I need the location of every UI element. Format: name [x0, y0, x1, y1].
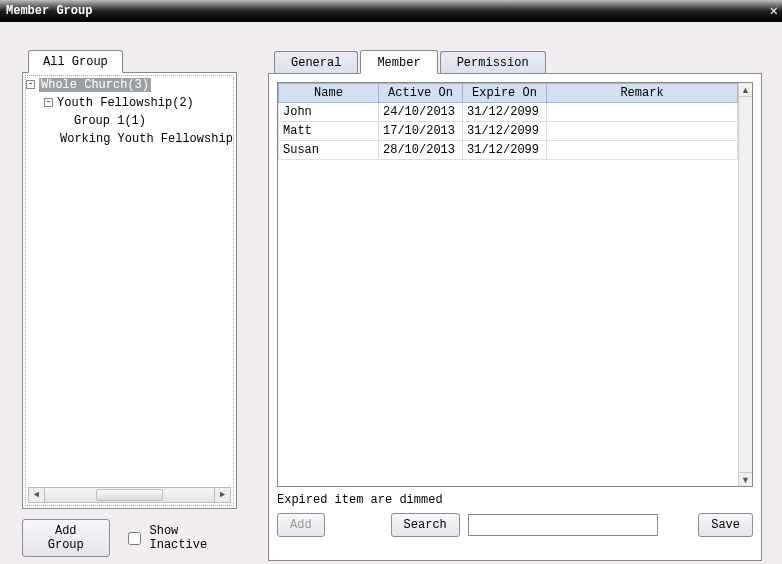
cell-remark [547, 141, 738, 160]
body-area: All Group -Whole Church(3) -Youth Fellow… [0, 22, 782, 564]
add-button-label: Add [290, 518, 312, 532]
table-row[interactable]: John 24/10/2013 31/12/2099 [279, 103, 738, 122]
tab-general-label: General [291, 56, 341, 70]
add-group-button[interactable]: Add Group [22, 519, 110, 557]
titlebar: Member Group ✕ [0, 0, 782, 22]
table-header-row: Name Active On Expire On Remark [279, 84, 738, 103]
search-button-label: Search [404, 518, 447, 532]
tree[interactable]: -Whole Church(3) -Youth Fellowship(2) Gr… [25, 75, 234, 506]
bottom-toolbar: Add Search Save [277, 513, 753, 537]
save-button[interactable]: Save [698, 513, 753, 537]
save-button-label: Save [711, 518, 740, 532]
col-header-remark[interactable]: Remark [547, 84, 738, 103]
member-group-window: Member Group ✕ All Group -Whole Church(3… [0, 0, 782, 564]
tab-content: Name Active On Expire On Remark John 24/… [268, 73, 762, 561]
tab-permission[interactable]: Permission [440, 51, 546, 75]
window-title: Member Group [6, 4, 92, 18]
tree-item[interactable]: Group 1(1) [26, 112, 233, 130]
search-button[interactable]: Search [391, 513, 460, 537]
cell-expire: 31/12/2099 [463, 141, 547, 160]
col-header-expire[interactable]: Expire On [463, 84, 547, 103]
member-table-wrap: Name Active On Expire On Remark John 24/… [277, 82, 753, 487]
table-row[interactable]: Susan 28/10/2013 31/12/2099 [279, 141, 738, 160]
tree-item-label: Working Youth Fellowship [60, 132, 233, 146]
show-inactive-checkbox[interactable]: Show Inactive [124, 524, 238, 552]
horizontal-scrollbar[interactable]: ◄ ► [28, 487, 231, 503]
cell-remark [547, 103, 738, 122]
scroll-thumb[interactable] [96, 489, 164, 501]
cell-remark [547, 122, 738, 141]
tree-item[interactable]: -Youth Fellowship(2) [26, 94, 233, 112]
tree-box: -Whole Church(3) -Youth Fellowship(2) Gr… [22, 72, 237, 509]
tree-root-label: Whole Church(3) [39, 78, 151, 92]
add-group-label: Add Group [48, 524, 84, 552]
cell-active: 28/10/2013 [379, 141, 463, 160]
left-bottom-bar: Add Group Show Inactive [22, 519, 237, 557]
collapse-icon[interactable]: - [26, 80, 35, 89]
scroll-up-icon[interactable]: ▲ [739, 83, 752, 97]
show-inactive-label: Show Inactive [150, 524, 238, 552]
tab-member-label: Member [377, 56, 420, 70]
tree-item-label: Group 1(1) [74, 114, 146, 128]
col-header-name[interactable]: Name [279, 84, 379, 103]
tab-all-group[interactable]: All Group [28, 50, 123, 73]
tab-all-group-label: All Group [43, 55, 108, 69]
cell-name: Matt [279, 122, 379, 141]
scroll-down-icon[interactable]: ▼ [739, 472, 752, 486]
add-button[interactable]: Add [277, 513, 325, 537]
tab-general[interactable]: General [274, 51, 358, 75]
table-row[interactable]: Matt 17/10/2013 31/12/2099 [279, 122, 738, 141]
member-table[interactable]: Name Active On Expire On Remark John 24/… [278, 83, 738, 160]
scroll-track[interactable] [45, 488, 214, 502]
search-input[interactable] [468, 514, 658, 536]
tabs: General Member Permission [274, 50, 762, 74]
close-icon[interactable]: ✕ [770, 0, 778, 22]
cell-active: 17/10/2013 [379, 122, 463, 141]
right-panel: General Member Permission Name Active On [268, 50, 762, 560]
cell-expire: 31/12/2099 [463, 122, 547, 141]
vertical-scrollbar[interactable]: ▲ ▼ [738, 83, 752, 486]
tab-permission-label: Permission [457, 56, 529, 70]
cell-expire: 31/12/2099 [463, 103, 547, 122]
tree-root[interactable]: -Whole Church(3) [26, 76, 233, 94]
show-inactive-input[interactable] [128, 532, 141, 545]
tree-item-label: Youth Fellowship(2) [57, 96, 194, 110]
hint-text: Expired item are dimmed [277, 493, 753, 507]
tab-member[interactable]: Member [360, 50, 437, 74]
collapse-icon[interactable]: - [44, 98, 53, 107]
tree-item[interactable]: Working Youth Fellowship [26, 130, 233, 148]
cell-name: Susan [279, 141, 379, 160]
scroll-left-icon[interactable]: ◄ [29, 488, 45, 502]
scroll-right-icon[interactable]: ► [214, 488, 230, 502]
cell-name: John [279, 103, 379, 122]
cell-active: 24/10/2013 [379, 103, 463, 122]
left-panel: All Group -Whole Church(3) -Youth Fellow… [22, 50, 237, 560]
col-header-active[interactable]: Active On [379, 84, 463, 103]
